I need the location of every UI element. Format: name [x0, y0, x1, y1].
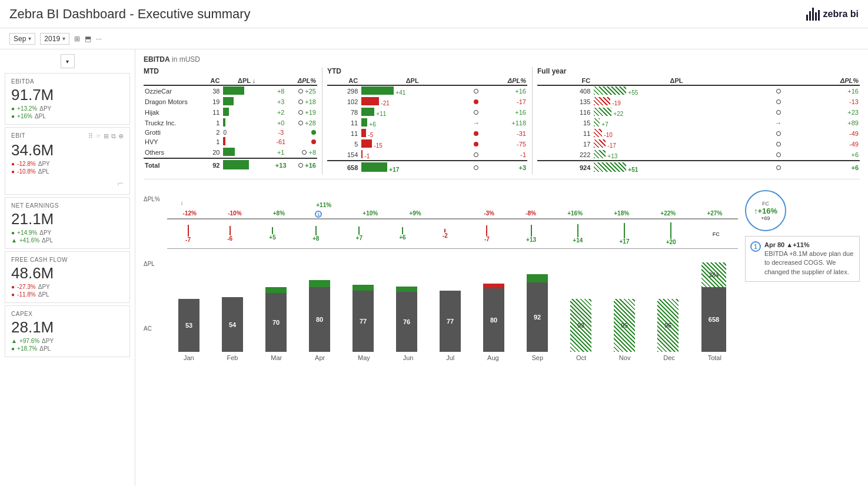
add-icon[interactable]: ⊕: [118, 132, 124, 140]
mtd-header: MTD: [144, 67, 317, 75]
filter-icon[interactable]: ⊞: [74, 35, 80, 43]
row-name: Hijak: [144, 107, 202, 118]
pct-feb: -10%: [228, 210, 241, 217]
circle-icon: ●: [11, 105, 15, 112]
fc-label: FC: [762, 201, 769, 207]
row-bar: -5: [359, 128, 465, 139]
fy-col-bar: ΔPL: [591, 76, 761, 85]
table-row: Truckz Inc. 1 +0 +28: [144, 118, 317, 128]
cursor-icon: ☞: [95, 132, 101, 140]
month-label-total: Total: [708, 354, 721, 361]
row-pct: +89: [795, 118, 860, 128]
fy-col-fc: FC: [537, 76, 591, 85]
month-label-jun: Jun: [403, 354, 414, 361]
table-row: 408 +55 +16: [537, 85, 860, 96]
kpi-ebitda: EBITDA 91.7M ● +13.2% ΔPY ● +16% ΔPL: [5, 73, 130, 125]
kpi-ebit-icons: ⠿ ☞ ⊞ ⧉ ⊕: [88, 132, 124, 140]
bar-jan: 53: [175, 299, 202, 352]
mtd-col-dot: [272, 76, 289, 85]
row-ac: 11: [327, 118, 359, 128]
row-delta: +1: [272, 147, 289, 158]
more-icon[interactable]: ···: [96, 35, 102, 43]
bar-body-may: 77: [352, 291, 374, 352]
expand-button[interactable]: ▾: [61, 54, 75, 68]
bar-nov: 95: [611, 299, 638, 352]
pct-total: +27%: [707, 210, 722, 217]
bar-overlay-jun: [396, 287, 417, 292]
kpi-ebitda-value: 91.7M: [11, 86, 124, 104]
copy-icon[interactable]: ⧉: [111, 132, 116, 140]
kpi-ebit-label: EBIT: [11, 132, 25, 139]
row-name: OzzieCar: [144, 85, 202, 96]
row-bar: [221, 147, 272, 158]
grid-icon[interactable]: ⊞: [104, 132, 109, 140]
row-pct: +23: [795, 107, 860, 118]
row-fc: 15: [537, 118, 591, 128]
ytd-col-pct: ΔPL%: [487, 76, 527, 85]
row-pct: +16: [487, 85, 527, 96]
table-row: Dragon Motors 19 +3 +18: [144, 96, 317, 107]
bar-label-nov: 95: [614, 299, 635, 352]
row-dot: [465, 161, 487, 174]
row-bar: +22: [591, 107, 761, 118]
sidebar: ▾ EBITDA 91.7M ● +13.2% ΔPY ● +16% ΔPL E…: [0, 49, 135, 486]
mtd-section: MTD AC ΔPL ↓ ΔPL% OzzieCar: [144, 67, 317, 174]
y-axis: ΔPL% ΔPL AC: [144, 184, 167, 361]
year-selector[interactable]: 2019 ▾: [40, 33, 69, 45]
export-icon[interactable]: ⬒: [85, 35, 91, 43]
mtd-table: AC ΔPL ↓ ΔPL% OzzieCar 38 +8 +25: [144, 76, 317, 172]
row-ac: 102: [327, 96, 359, 107]
row-pct: +25: [289, 85, 317, 96]
chevron-down-icon: ▾: [62, 35, 65, 42]
row-ac: 11: [202, 107, 221, 118]
mtd-col-ac: AC: [202, 76, 221, 85]
kpi-net-earnings-label: Net earnings: [11, 202, 124, 209]
row-pct: [289, 128, 317, 137]
ebitda-table-sections: MTD AC ΔPL ↓ ΔPL% OzzieCar: [144, 67, 860, 174]
up-arrow-icon: ▲: [11, 338, 17, 344]
table-row: 222 +13 +6: [537, 149, 860, 161]
delta-jun: +6: [399, 227, 405, 241]
row-dot: [761, 128, 796, 139]
bar-body-jul: 77: [440, 291, 461, 352]
bar-body-nov: 95: [614, 299, 635, 352]
row-bar: +51: [591, 161, 761, 174]
row-bar: [221, 158, 272, 172]
month-selector[interactable]: Sep ▾: [9, 33, 35, 45]
pct-baseline: [167, 218, 738, 219]
annotation-panel: FC ↑+16% +69 1 Apr 80 ▲+11% EBITDA +8.1M…: [745, 184, 860, 361]
row-fc: 116: [537, 107, 591, 118]
month-label-sep: Sep: [532, 354, 544, 361]
circle-icon: ●: [11, 284, 15, 290]
row-dot: [465, 96, 487, 107]
y-axis-pct-label: ΔPL%: [144, 196, 167, 202]
fc-circle: FC ↑+16% +69: [745, 190, 786, 231]
delta-may: +7: [356, 227, 363, 241]
row-dot: [465, 107, 487, 118]
bar-overlay-aug: [483, 284, 504, 288]
row-ac: 154: [327, 149, 359, 161]
table-row: 154 -1 -1: [327, 149, 527, 161]
toolbar: Sep ▾ 2019 ▾ ⊞ ⬒ ···: [0, 28, 868, 49]
row-pct: -75: [487, 139, 527, 149]
row-name: HVY: [144, 137, 202, 147]
table-row: 11 +6 → +118: [327, 118, 527, 128]
row-fc: 222: [537, 149, 591, 161]
row-dot: [465, 85, 487, 96]
row-pct: [289, 137, 317, 147]
row-delta: -61: [272, 137, 289, 147]
collapse-icon[interactable]: ⌐: [11, 177, 124, 189]
table-row: 5 -15 -75: [327, 139, 527, 149]
circle-icon: ●: [11, 161, 15, 167]
bar-body-jan: 53: [178, 299, 199, 352]
kpi-net-earnings-pl: ▲ +41.6% ΔPL: [11, 237, 124, 244]
section-divider: [322, 67, 322, 174]
kpi-ebitda-pl: ● +16% ΔPL: [11, 113, 124, 119]
kpi-ebit: EBIT ⠿ ☞ ⊞ ⧉ ⊕ 34.6M ● -12.8% ΔPY ●: [5, 127, 130, 195]
bar-label-dec: 96: [657, 299, 679, 352]
delta-oct: +14: [573, 224, 583, 244]
row-bar: +7: [591, 118, 761, 128]
bar-aug: 80: [480, 284, 507, 352]
month-label-jan: Jan: [184, 354, 194, 361]
table-row: 116 +22 +23: [537, 107, 860, 118]
